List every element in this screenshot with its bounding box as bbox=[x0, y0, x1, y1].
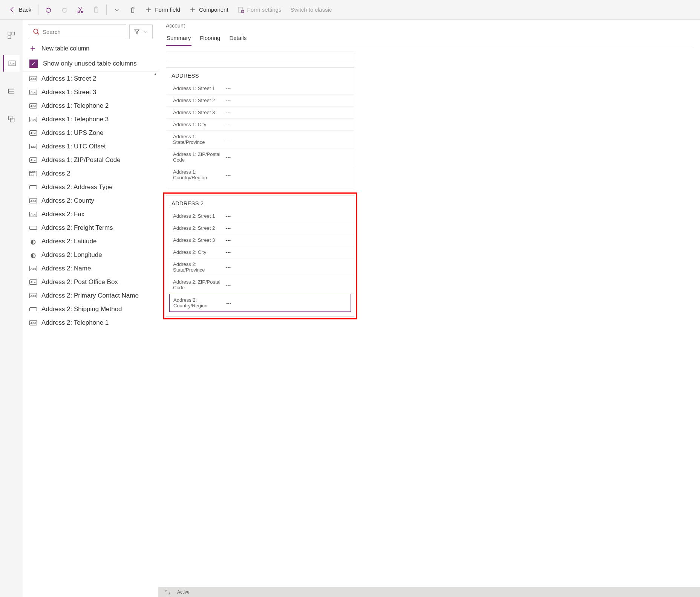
undo-button[interactable] bbox=[41, 4, 57, 15]
field-value: --- bbox=[226, 122, 231, 127]
column-list[interactable]: ▲ AbcAddress 1: Street 2AbcAddress 1: St… bbox=[23, 72, 158, 597]
search-input[interactable] bbox=[43, 29, 121, 35]
new-column-button[interactable]: New table column bbox=[23, 41, 158, 56]
column-type-icon: Abc bbox=[29, 198, 37, 203]
plus-icon bbox=[29, 45, 36, 52]
form-settings-icon bbox=[237, 6, 244, 13]
new-column-label: New table column bbox=[41, 45, 89, 52]
column-item[interactable]: AbcAddress 1: UPS Zone bbox=[23, 126, 158, 140]
tab-summary[interactable]: Summary bbox=[166, 32, 191, 46]
column-item[interactable]: AbcAddress 1: Telephone 2 bbox=[23, 99, 158, 113]
svg-point-13 bbox=[34, 29, 38, 33]
column-item[interactable]: AbcAddress 1: Telephone 3 bbox=[23, 113, 158, 126]
column-item[interactable]: AbcAddress 2: Post Office Box bbox=[23, 275, 158, 289]
switch-classic-button[interactable]: Switch to classic bbox=[286, 4, 336, 15]
field-label: Address 1: Street 2 bbox=[173, 98, 226, 103]
rail-libraries[interactable] bbox=[3, 111, 20, 127]
plus-icon bbox=[145, 6, 152, 13]
form-section[interactable]: ADDRESSAddress 1: Street 1---Address 1: … bbox=[166, 67, 354, 188]
column-type-icon: Abc bbox=[29, 266, 37, 271]
paste-button[interactable] bbox=[88, 4, 104, 15]
column-item[interactable]: ◐Address 2: Longitude bbox=[23, 248, 158, 262]
column-type-icon: ◐ bbox=[29, 239, 37, 244]
form-field[interactable]: Address 1: State/Province--- bbox=[166, 131, 354, 148]
column-type-icon: Abc bbox=[29, 76, 37, 81]
form-field[interactable]: Address 1: ZIP/Postal Code--- bbox=[166, 148, 354, 166]
column-item[interactable]: AbcAddress 2: Fax bbox=[23, 208, 158, 221]
separator bbox=[38, 5, 38, 15]
column-item[interactable]: Address 2: Freight Terms bbox=[23, 221, 158, 235]
field-label: Address 2: State/Province bbox=[173, 261, 226, 273]
add-component-button[interactable]: Component bbox=[185, 4, 233, 15]
column-item[interactable]: Address 2: Address Type bbox=[23, 180, 158, 194]
field-label: Address 2: Street 2 bbox=[173, 225, 226, 231]
column-item[interactable]: Abc defAddress 2 bbox=[23, 167, 158, 180]
column-item[interactable]: 123Address 1: UTC Offset bbox=[23, 140, 158, 153]
form-section[interactable]: ADDRESS 2Address 2: Street 1---Address 2… bbox=[166, 195, 354, 317]
scroll-up-arrow-icon: ▲ bbox=[153, 72, 157, 76]
expand-icon[interactable] bbox=[164, 589, 171, 595]
cut-button[interactable] bbox=[72, 4, 88, 15]
search-box[interactable] bbox=[28, 24, 126, 39]
form-field[interactable]: Address 2: Country/Region--- bbox=[169, 294, 351, 312]
form-field[interactable]: Address 1: Street 3--- bbox=[166, 107, 354, 119]
overflow-dropdown[interactable] bbox=[109, 4, 125, 15]
form-field[interactable]: Address 2: State/Province--- bbox=[166, 258, 354, 276]
checkbox-checked-icon: ✓ bbox=[29, 60, 38, 68]
rail-columns[interactable]: Abc bbox=[3, 55, 20, 72]
tab-flooring[interactable]: Flooring bbox=[199, 32, 221, 46]
column-label: Address 1: Street 2 bbox=[41, 75, 96, 82]
column-type-icon: Abc bbox=[29, 90, 37, 95]
form-field-label: Form field bbox=[155, 6, 180, 13]
form-field[interactable]: Address 1: Street 1--- bbox=[166, 82, 354, 95]
column-item[interactable]: AbcAddress 1: ZIP/Postal Code bbox=[23, 153, 158, 167]
column-item[interactable]: AbcAddress 1: Street 2 bbox=[23, 72, 158, 86]
svg-rect-2 bbox=[95, 8, 98, 12]
form-field[interactable]: Address 2: Street 1--- bbox=[166, 210, 354, 222]
form-field[interactable]: Address 2: Street 3--- bbox=[166, 234, 354, 246]
empty-section[interactable] bbox=[166, 52, 354, 62]
column-type-icon: Abc bbox=[29, 117, 37, 122]
column-item[interactable]: AbcAddress 2: Primary Contact Name bbox=[23, 289, 158, 302]
column-item[interactable]: AbcAddress 2: County bbox=[23, 194, 158, 208]
column-label: Address 2: Telephone 1 bbox=[41, 319, 109, 327]
delete-button[interactable] bbox=[125, 4, 141, 15]
add-form-field-button[interactable]: Form field bbox=[141, 4, 185, 15]
filter-dropdown[interactable] bbox=[129, 24, 153, 39]
separator bbox=[106, 5, 107, 15]
section-title: ADDRESS bbox=[166, 72, 354, 82]
form-tabs: SummaryFlooringDetails bbox=[166, 32, 692, 46]
column-type-icon: Abc bbox=[29, 293, 37, 298]
svg-text:Abc: Abc bbox=[9, 62, 14, 65]
form-field[interactable]: Address 2: ZIP/Postal Code--- bbox=[166, 276, 354, 294]
column-type-icon: Abc bbox=[29, 130, 37, 136]
column-item[interactable]: AbcAddress 2: Name bbox=[23, 262, 158, 275]
rail-tree[interactable] bbox=[3, 83, 20, 99]
column-item[interactable]: AbcAddress 1: Street 3 bbox=[23, 86, 158, 99]
column-item[interactable]: AbcAddress 2: Telephone 1 bbox=[23, 316, 158, 330]
column-label: Address 2: County bbox=[41, 197, 94, 205]
show-unused-checkbox-row[interactable]: ✓ Show only unused table columns bbox=[23, 56, 158, 72]
column-item[interactable]: Address 2: Shipping Method bbox=[23, 302, 158, 316]
field-label: Address 1: City bbox=[173, 122, 226, 127]
form-settings-label: Form settings bbox=[247, 6, 282, 13]
form-field[interactable]: Address 1: City--- bbox=[166, 119, 354, 131]
rail-components[interactable] bbox=[3, 27, 20, 44]
form-field[interactable]: Address 2: City--- bbox=[166, 246, 354, 258]
redo-button[interactable] bbox=[57, 4, 72, 15]
field-label: Address 2: Street 3 bbox=[173, 237, 226, 243]
paste-icon bbox=[93, 6, 100, 13]
tab-details[interactable]: Details bbox=[228, 32, 247, 46]
field-value: --- bbox=[226, 154, 231, 160]
status-text: Active bbox=[177, 589, 190, 595]
back-button[interactable]: Back bbox=[5, 4, 36, 15]
field-label: Address 1: Street 3 bbox=[173, 110, 226, 115]
section-title: ADDRESS 2 bbox=[166, 200, 354, 210]
form-field[interactable]: Address 1: Country/Region--- bbox=[166, 166, 354, 183]
form-field[interactable]: Address 1: Street 2--- bbox=[166, 95, 354, 107]
form-field[interactable]: Address 2: Street 2--- bbox=[166, 222, 354, 234]
back-arrow-icon bbox=[9, 6, 16, 13]
column-item[interactable]: ◐Address 2: Latitude bbox=[23, 235, 158, 248]
form-settings-button[interactable]: Form settings bbox=[233, 4, 286, 15]
column-label: Address 2: Shipping Method bbox=[41, 305, 122, 313]
